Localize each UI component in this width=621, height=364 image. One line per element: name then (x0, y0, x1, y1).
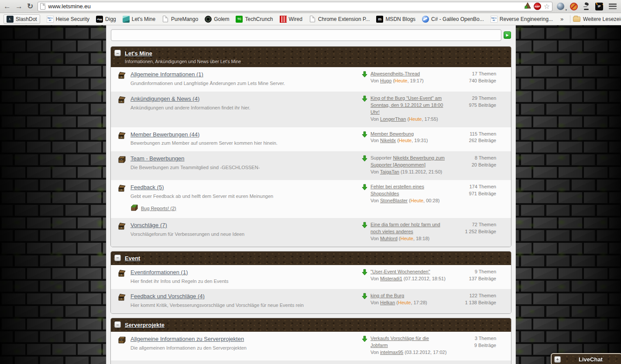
category-title-link[interactable]: Serverprojekte (125, 322, 165, 328)
collapse-button[interactable]: − (114, 50, 121, 56)
forum-link[interactable]: Feedback (5) (130, 184, 164, 192)
address-bar[interactable]: ABP ☆ (38, 2, 552, 11)
lastpost-arrow-icon[interactable] (362, 222, 367, 242)
forum-row: Eventinformationen (1) Hier findet ihr I… (111, 265, 511, 289)
lamp-extension-icon[interactable] (583, 3, 590, 10)
bookmark-slashdot[interactable]: /. SlashDot (3, 14, 40, 24)
minecraft-extension-icon[interactable] (524, 2, 531, 10)
category-serverprojekte: − Serverprojekte Allgemeine Informatione… (110, 318, 511, 364)
bookmarks-overflow-chevron[interactable]: » (560, 16, 563, 22)
forum-stats: 174 Themen 971 Beiträge (447, 184, 496, 214)
lastpost-author-link[interactable]: intelmax95 (380, 350, 403, 355)
lastpost-author-link[interactable]: Misteradi1 (380, 276, 402, 281)
bookmark-golem[interactable]: Golem (205, 16, 229, 23)
lastpost-arrow-icon[interactable] (362, 184, 367, 214)
lastpost-time: , 00:28) (423, 198, 439, 203)
bookmark-star-icon[interactable]: ☆ (544, 3, 550, 10)
lastpost-thread-link[interactable]: Verkaufs Vorschläge für die Jobfarm (371, 336, 429, 348)
bookmark-msdn-blogs[interactable]: m MSDN Blogs (376, 16, 415, 23)
url-input[interactable] (48, 3, 521, 10)
posts-count: 9 Beiträge (447, 342, 496, 349)
livechat-button[interactable]: + LiveChat (551, 353, 621, 364)
lastpost-thread-link[interactable]: "User-Event Wochenenden" (371, 269, 430, 274)
bookmark-label: Digg (105, 16, 116, 22)
bookmark-reverse-engineering[interactable]: hei sec Reverse Engineering... (491, 16, 553, 23)
lastpost-thread-link[interactable]: Abwesendheits-Thread (371, 71, 420, 76)
topics-count: 8 Themen (447, 155, 496, 162)
lastpost-thread-link[interactable]: king of the Burg (371, 293, 404, 298)
lastpost-author-link[interactable]: StoneBlaster (380, 198, 408, 203)
lastpost-author-link[interactable]: Hugo (380, 78, 391, 83)
heise-icon: hei sec (491, 16, 497, 23)
forum-link[interactable]: Allgemeine Informationen zu Serverprojek… (130, 335, 244, 344)
livechat-expand-icon[interactable]: + (554, 356, 561, 363)
forum-link[interactable]: Feedback und Vorschläge (4) (130, 293, 205, 301)
collapse-button[interactable]: − (114, 321, 121, 328)
forum-link[interactable]: Vorschläge (7) (130, 221, 167, 230)
forum-link[interactable]: Ankündigungen & News (4) (130, 95, 199, 103)
page-icon (163, 16, 168, 22)
bookmark-label: Wired (289, 16, 302, 22)
lastpost-author-link[interactable]: LongerThan (380, 116, 406, 122)
lastpost-arrow-icon[interactable] (362, 71, 367, 87)
bookmark-puremango[interactable]: PureMango (162, 16, 198, 23)
lastpost-author-link[interactable]: Helkan (380, 300, 395, 305)
forum-link[interactable]: Team - Bewerbungen (130, 155, 185, 163)
bookmark-digg[interactable]: digg Digg (96, 16, 116, 23)
bookmark-heise-security[interactable]: hei sec Heise Security (47, 16, 89, 23)
other-bookmarks-folder[interactable]: Weitere Lesezeichen (570, 15, 621, 23)
msdn-icon: m (376, 16, 383, 23)
lastpost-thread-link[interactable]: Fehler bei erstellen eines Shopschildes (371, 184, 424, 196)
reload-button[interactable]: ↻ (27, 3, 33, 10)
adblock-plus-icon[interactable]: ABP (534, 3, 541, 10)
lastpost-author-link[interactable]: TaigaTan (380, 169, 399, 174)
forum-row: Feedback (5) Gebt euer Feedback ab und h… (111, 180, 511, 218)
lastpost-arrow-icon[interactable] (362, 95, 367, 123)
lastpost-date: Heute (395, 78, 407, 83)
lastpost-thread-link[interactable]: Eine dia farm oder holz farm und noch vi… (371, 222, 440, 234)
topics-count: 29 Themen (447, 95, 496, 102)
forum-link[interactable]: Eventinformationen (1) (130, 269, 188, 277)
forum-stats: 9 Themen 137 Beiträge (447, 269, 496, 285)
digg-icon: digg (96, 16, 103, 23)
lastpost-thread-link[interactable]: Member Bewerbung (371, 131, 414, 136)
category-title-link[interactable]: Event (125, 255, 140, 262)
orb-extension-icon[interactable] (557, 3, 564, 10)
category-description: Informationen, Ankündigungen und News üb… (125, 59, 241, 64)
back-button[interactable]: ← (3, 3, 11, 10)
bookmark-wired[interactable]: Wired (280, 16, 302, 23)
bookmark-chrome-extension[interactable]: Chrome Extension P... (309, 16, 370, 23)
lastpost-arrow-icon[interactable] (362, 155, 367, 176)
lastpost-arrow-icon[interactable] (362, 293, 367, 309)
lastpost-thread-link[interactable]: King of the Burg "User-Event" am Sonntag… (371, 95, 443, 115)
bookmark-csharp-galileo[interactable]: C# - Galileo OpenBo... (422, 16, 484, 23)
lastpost-arrow-icon[interactable] (362, 269, 367, 285)
posts-count: 975 Beiträge (447, 102, 496, 109)
collapse-button[interactable]: − (114, 255, 121, 261)
forum-description: Die allgemeinen Informationen zu den Ser… (130, 345, 247, 352)
bookmark-lets-mine[interactable]: Let's Mine (123, 16, 155, 23)
category-title-link[interactable]: Let's Mine (125, 50, 152, 57)
posts-count: 1 138 Beiträge (447, 299, 496, 306)
noscript-fox-icon[interactable] (570, 3, 578, 10)
lastpost-date: 03.12.2012 (406, 350, 430, 355)
lastpost-author-link[interactable]: Muhlord (380, 236, 398, 241)
search-input[interactable] (111, 29, 501, 41)
forum-link[interactable]: Member Bewerbungen (44) (130, 131, 199, 139)
search-submit-button[interactable]: ▶ (504, 31, 511, 39)
lastpost-date: 07.12.2012 (405, 276, 429, 281)
menu-icon[interactable] (609, 3, 617, 9)
forum-description: Grundinformationen und Langfristige Ände… (130, 80, 285, 87)
ip-extension-icon[interactable]: IP (595, 3, 603, 10)
forum-link[interactable]: Allgemeine Informationen (1) (130, 71, 203, 79)
forward-button[interactable]: → (15, 3, 23, 10)
lastpost-arrow-icon[interactable] (362, 131, 367, 147)
lastpost-arrow-icon[interactable] (362, 336, 367, 356)
lastpost-author-link[interactable]: Nikeldx (380, 138, 396, 143)
subforum-link[interactable]: Bug Reports! (2) (141, 205, 176, 212)
bookmark-techcrunch[interactable]: TC TechCrunch (236, 16, 273, 23)
forum-description: Bewerbungen zum Member auf unserem Serve… (130, 140, 278, 147)
golem-icon (205, 16, 212, 23)
von-label: Von (371, 350, 379, 355)
lastpost-date: Heute (401, 236, 413, 241)
